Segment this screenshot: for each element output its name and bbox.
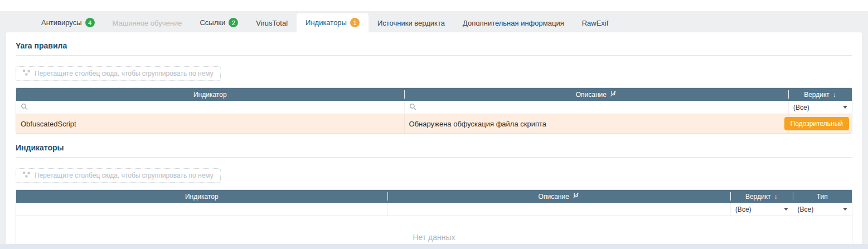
caret-down-icon bbox=[784, 208, 788, 211]
tab-verdict-sources[interactable]: Источники вердикта bbox=[368, 14, 454, 32]
group-icon bbox=[23, 172, 30, 179]
tab-additional-info[interactable]: Дополнительная информация bbox=[454, 14, 573, 32]
filter-selected-value: (Все) bbox=[735, 206, 751, 213]
tab-rawexif[interactable]: RawExif bbox=[573, 14, 618, 32]
description-filter-input[interactable] bbox=[404, 101, 789, 114]
tab-label: Ссылки bbox=[200, 18, 225, 27]
description-filter-input[interactable] bbox=[387, 203, 730, 216]
magnet-slash-icon bbox=[573, 192, 579, 201]
page: Антивирусы 4 Машинное обучение Ссылки 2 … bbox=[0, 0, 868, 249]
yara-section-title: Yara правила bbox=[16, 39, 852, 56]
column-header-verdict[interactable]: Вердикт ↓ bbox=[788, 88, 852, 101]
column-label: Индикатор bbox=[193, 91, 227, 99]
column-label: Описание bbox=[539, 193, 569, 201]
indicators-table: Индикатор Описание Вердикт ↓ bbox=[16, 189, 852, 249]
tab-links[interactable]: Ссылки 2 bbox=[191, 13, 247, 32]
column-header-indicator[interactable]: Индикатор bbox=[16, 88, 404, 101]
sort-desc-icon: ↓ bbox=[833, 91, 836, 99]
cell-indicator: ObfuscatedScript bbox=[16, 114, 404, 133]
tab-count-badge: 2 bbox=[229, 18, 238, 27]
indicators-section-title: Индикаторы bbox=[16, 141, 852, 158]
tab-indicators[interactable]: Индикаторы 1 bbox=[297, 13, 368, 32]
column-header-description[interactable]: Описание bbox=[404, 88, 789, 101]
tab-antiviruses[interactable]: Антивирусы 4 bbox=[32, 13, 104, 32]
cell-description: Обнаружена обфускация файла скрипта bbox=[404, 114, 789, 133]
filter-selected-value: (Все) bbox=[793, 104, 809, 111]
yara-filter-row: (Все) bbox=[16, 101, 852, 114]
magnet-slash-icon bbox=[610, 90, 617, 99]
indicators-panel: Yara правила Перетащите столбец сюда, чт… bbox=[6, 32, 862, 245]
column-header-description[interactable]: Описание bbox=[387, 190, 730, 203]
column-label: Индикатор bbox=[185, 193, 219, 201]
caret-down-icon bbox=[843, 106, 847, 109]
table-row[interactable]: ObfuscatedScript Обнаружена обфускация ф… bbox=[16, 114, 852, 133]
column-header-verdict[interactable]: Вердикт ↓ bbox=[730, 190, 793, 203]
yara-table-header: Индикатор Описание Вердикт ↓ bbox=[16, 88, 852, 101]
column-label: Тип bbox=[817, 193, 828, 201]
column-label: Вердикт bbox=[804, 91, 830, 99]
tab-label: Индикаторы bbox=[306, 18, 347, 27]
drag-hint-label: Перетащите столбец сюда, чтобы сгруппиро… bbox=[35, 172, 214, 179]
cell-verdict: Подозрительный bbox=[788, 114, 852, 133]
type-filter-select[interactable]: (Все) bbox=[793, 203, 852, 216]
tab-virustotal[interactable]: VirusTotal bbox=[247, 14, 297, 32]
caret-down-icon bbox=[843, 208, 847, 211]
tab-bar: Антивирусы 4 Машинное обучение Ссылки 2 … bbox=[0, 11, 868, 32]
tab-label: Источники вердикта bbox=[377, 19, 445, 27]
group-icon bbox=[23, 70, 30, 77]
column-label: Описание bbox=[576, 91, 607, 99]
indicators-table-header: Индикатор Описание Вердикт ↓ bbox=[16, 190, 852, 203]
verdict-filter-select[interactable]: (Все) bbox=[788, 101, 852, 114]
search-icon bbox=[21, 103, 28, 112]
tab-label: RawExif bbox=[582, 19, 609, 27]
indicator-filter-input[interactable] bbox=[16, 101, 404, 114]
column-header-type[interactable]: Тип bbox=[793, 190, 852, 203]
column-header-indicator[interactable]: Индикатор bbox=[16, 190, 387, 203]
tab-count-badge: 1 bbox=[350, 18, 360, 27]
tab-count-badge: 4 bbox=[85, 18, 95, 27]
column-label: Вердикт bbox=[745, 193, 771, 201]
bottom-strip bbox=[0, 244, 868, 249]
verdict-filter-select[interactable]: (Все) bbox=[730, 203, 793, 216]
tab-label: Машинное обучение bbox=[113, 19, 182, 27]
drag-hint-label: Перетащите столбец сюда, чтобы сгруппиро… bbox=[35, 70, 214, 77]
verdict-badge: Подозрительный bbox=[784, 117, 849, 130]
sort-desc-icon: ↓ bbox=[774, 193, 778, 201]
tab-label: Антивирусы bbox=[41, 18, 82, 27]
top-strip bbox=[0, 0, 868, 11]
indicators-group-drop-zone[interactable]: Перетащите столбец сюда, чтобы сгруппиро… bbox=[16, 168, 221, 183]
yara-group-drop-zone[interactable]: Перетащите столбец сюда, чтобы сгруппиро… bbox=[16, 66, 221, 81]
yara-table: Индикатор Описание Вердикт ↓ bbox=[16, 87, 852, 134]
tab-machine-learning[interactable]: Машинное обучение bbox=[104, 14, 191, 32]
search-icon bbox=[409, 103, 416, 112]
filter-selected-value: (Все) bbox=[798, 206, 814, 213]
tab-label: Дополнительная информация bbox=[463, 19, 564, 27]
indicators-filter-row: (Все) (Все) bbox=[16, 203, 852, 216]
indicator-filter-input[interactable] bbox=[16, 203, 387, 216]
tab-label: VirusTotal bbox=[256, 19, 288, 27]
